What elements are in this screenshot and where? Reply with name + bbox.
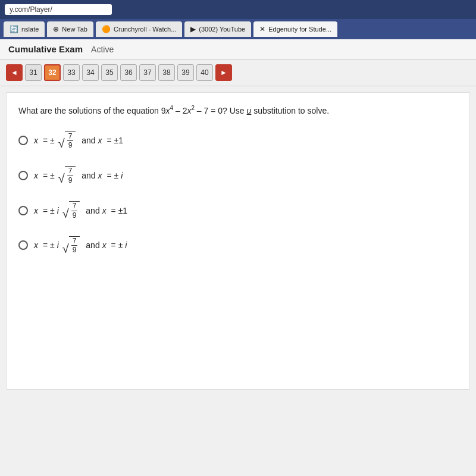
crunchyroll-icon: 🟠 (102, 25, 111, 33)
tab-youtube-label: (3002) YouTube (199, 26, 245, 33)
tab-crunchyroll-label: Crunchyroll - Watch... (114, 26, 176, 33)
question-nav-38[interactable]: 38 (158, 64, 175, 81)
content-area: Cumulative Exam Active ◄ 31 32 33 34 35 … (0, 39, 476, 476)
question-nav-40[interactable]: 40 (196, 64, 213, 81)
tab-new-tab[interactable]: ⊕ New Tab (47, 21, 93, 37)
address-bar[interactable]: y.com/Player/ (5, 4, 112, 15)
question-nav-32[interactable]: 32 (44, 64, 61, 81)
option-a[interactable]: x = ± √ 7 9 and x = ±1 (18, 131, 458, 150)
question-nav-36[interactable]: 36 (120, 64, 137, 81)
edgenuity-icon: ✕ (259, 25, 265, 33)
option-c-text: x = ±i √ 7 9 and x = ±1 (34, 201, 127, 220)
browser-top-bar: y.com/Player/ (0, 0, 476, 19)
tab-edgenuity-label: Edgenuity for Stude... (268, 26, 331, 33)
tab-nslate[interactable]: 🔄 nslate (4, 21, 45, 37)
tab-new-tab-label: New Tab (62, 26, 87, 33)
tab-nslate-label: nslate (21, 26, 39, 33)
sqrt-c: √ 7 9 (62, 201, 80, 220)
question-nav-33[interactable]: 33 (63, 64, 80, 81)
question-nav-37[interactable]: 37 (139, 64, 156, 81)
tab-edgenuity[interactable]: ✕ Edgenuity for Stude... (253, 21, 337, 37)
tab-crunchyroll[interactable]: 🟠 Crunchyroll - Watch... (96, 21, 182, 37)
tab-bar: 🔄 nslate ⊕ New Tab 🟠 Crunchyroll - Watch… (0, 19, 476, 39)
question-nav: ◄ 31 32 33 34 35 36 37 38 39 40 ► (0, 60, 476, 86)
radio-c[interactable] (18, 206, 28, 215)
option-b-text: x = ± √ 7 9 and x = ±i (34, 166, 123, 184)
youtube-icon: ▶ (190, 25, 196, 33)
u-word: u (247, 106, 252, 115)
option-d-text: x = ±i √ 7 9 and x = ±i (34, 236, 127, 255)
exam-status: Active (91, 45, 114, 54)
option-d[interactable]: x = ±i √ 7 9 and x = ±i (18, 236, 458, 255)
radio-b[interactable] (18, 171, 28, 180)
exam-title: Cumulative Exam (8, 44, 83, 54)
next-button[interactable]: ► (215, 64, 232, 81)
question-text: What are the solutions of the equation 9… (18, 104, 458, 117)
radio-a[interactable] (18, 136, 28, 145)
option-c[interactable]: x = ±i √ 7 9 and x = ±1 (18, 201, 458, 220)
radio-d[interactable] (18, 240, 28, 250)
sqrt-a: √ 7 9 (58, 131, 76, 150)
question-nav-35[interactable]: 35 (101, 64, 118, 81)
question-nav-34[interactable]: 34 (82, 64, 99, 81)
option-b[interactable]: x = ± √ 7 9 and x = ±i (18, 166, 458, 184)
sqrt-b: √ 7 9 (58, 166, 76, 184)
tab-youtube[interactable]: ▶ (3002) YouTube (184, 21, 251, 37)
prev-button[interactable]: ◄ (6, 64, 23, 81)
address-text: y.com/Player/ (10, 5, 52, 14)
nslate-icon: 🔄 (10, 25, 18, 33)
exam-header: Cumulative Exam Active (0, 39, 476, 60)
x4: x4 (166, 106, 174, 115)
option-a-text: x = ± √ 7 9 and x = ±1 (34, 131, 123, 150)
sqrt-d: √ 7 9 (62, 236, 80, 255)
question-nav-39[interactable]: 39 (177, 64, 194, 81)
question-content: What are the solutions of the equation 9… (6, 92, 470, 390)
question-nav-31[interactable]: 31 (25, 64, 42, 81)
new-tab-icon: ⊕ (53, 25, 59, 33)
